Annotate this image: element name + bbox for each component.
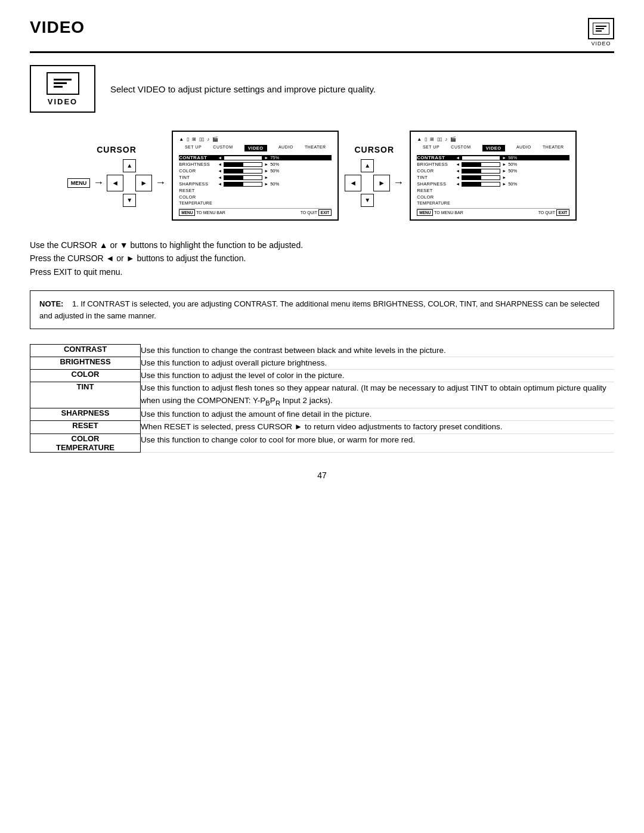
table-row: COLOR Use this function to adjust the le… <box>30 370 615 382</box>
right-cursor-diamond: ▲ ◄ ► ▼ <box>345 159 390 207</box>
video-icon-box: VIDEO <box>30 65 95 113</box>
func-label-contrast: CONTRAST <box>30 345 141 357</box>
instruction-1: Use the CURSOR ▲ or ▼ buttons to highlig… <box>30 239 614 252</box>
arrow-right-3: → <box>393 176 404 189</box>
left-cursor-section: CURSOR MENU → ▲ ◄ ► ▼ → <box>67 145 166 207</box>
intro-section: VIDEO Select VIDEO to adjust picture set… <box>30 65 614 113</box>
note-box: NOTE: 1. If CONTRAST is selected, you ar… <box>30 290 614 329</box>
func-label-brightness: BRIGHTNESS <box>30 357 141 369</box>
func-desc-reset: When RESET is selected, press CURSOR ► t… <box>141 421 615 433</box>
down-arrow[interactable]: ▼ <box>123 194 136 207</box>
up-arrow-2[interactable]: ▲ <box>361 159 374 172</box>
func-desc-contrast: Use this function to change the contrast… <box>141 345 615 357</box>
arrow-right-2: → <box>155 176 166 189</box>
function-table: CONTRAST Use this function to change the… <box>30 344 614 453</box>
page-header: VIDEO VIDEO <box>30 18 614 53</box>
right-cursor-label: CURSOR <box>354 145 394 154</box>
page-number: 47 <box>30 470 614 480</box>
down-arrow-2[interactable]: ▼ <box>361 194 374 207</box>
instruction-2: Press the CURSOR ◄ or ► buttons to adjus… <box>30 252 614 265</box>
right-arrow[interactable]: ► <box>135 175 152 191</box>
func-label-sharpness: SHARPNESS <box>30 408 141 421</box>
menu-button-left[interactable]: MENU <box>67 178 91 188</box>
func-desc-sharpness: Use this function to adjust the amount o… <box>141 408 615 421</box>
table-row: SHARPNESS Use this function to adjust th… <box>30 408 615 421</box>
func-desc-brightness: Use this function to adjust overall pict… <box>141 357 615 369</box>
func-label-tint: TINT <box>30 382 141 408</box>
diagram-section: CURSOR MENU → ▲ ◄ ► ▼ → ▲ <box>30 131 614 221</box>
instruction-3: Press EXIT to quit menu. <box>30 265 614 278</box>
page: VIDEO VIDEO <box>0 0 644 833</box>
func-desc-color: Use this function to adjust the level of… <box>141 370 615 382</box>
func-label-reset: RESET <box>30 421 141 433</box>
table-row: RESET When RESET is selected, press CURS… <box>30 421 615 433</box>
left-arrow[interactable]: ◄ <box>107 175 123 191</box>
right-arrow-2[interactable]: ► <box>373 175 390 191</box>
table-row: COLORTEMPERATURE Use this function to ch… <box>30 433 615 452</box>
note-label: NOTE: <box>39 299 70 308</box>
intro-video-label: VIDEO <box>48 97 78 106</box>
table-row: CONTRAST Use this function to change the… <box>30 345 615 357</box>
intro-text: Select VIDEO to adjust picture settings … <box>110 84 376 94</box>
table-row: BRIGHTNESS Use this function to adjust o… <box>30 357 615 369</box>
left-cursor-label: CURSOR <box>97 145 137 154</box>
up-arrow[interactable]: ▲ <box>123 159 136 172</box>
menu-panel-1: ▲ ▯ ⊞ ▯▯ ♪ 🎬 SET UP CUSTOM VIDEO AUDIO T… <box>172 131 339 221</box>
left-cursor-diamond: ▲ ◄ ► ▼ <box>107 159 152 207</box>
right-cursor-section: CURSOR ▲ ◄ ► ▼ → <box>345 145 404 207</box>
arrow-right-1: → <box>93 176 104 189</box>
header-icon-label: VIDEO <box>591 41 611 47</box>
func-label-color: COLOR <box>30 370 141 382</box>
func-label-color-temp: COLORTEMPERATURE <box>30 433 141 452</box>
note-text: 1. If CONTRAST is selected, you are adju… <box>39 299 599 320</box>
table-row: TINT Use this function to adjust flesh t… <box>30 382 615 408</box>
page-title: VIDEO <box>30 18 85 37</box>
left-arrow-2[interactable]: ◄ <box>345 175 361 191</box>
func-desc-tint: Use this function to adjust flesh tones … <box>141 382 615 408</box>
instructions: Use the CURSOR ▲ or ▼ buttons to highlig… <box>30 239 614 278</box>
video-icon-header <box>588 18 614 39</box>
func-desc-color-temp: Use this function to change color to coo… <box>141 433 615 452</box>
menu-panel-2: ▲ ▯ ⊞ ▯▯ ♪ 🎬 SET UP CUSTOM VIDEO AUDIO T… <box>410 131 577 221</box>
header-icon-area: VIDEO <box>588 18 614 47</box>
